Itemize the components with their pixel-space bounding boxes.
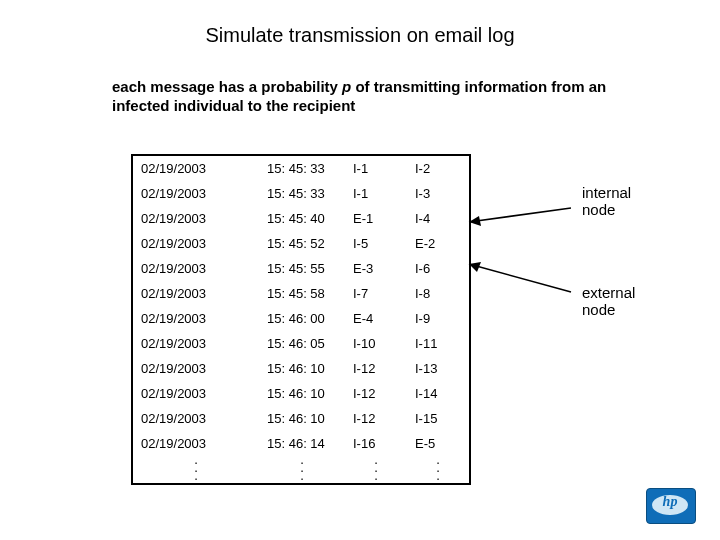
cell-recipient: I-15 xyxy=(407,406,470,431)
cell-date: 02/19/2003 xyxy=(132,406,259,431)
table-row: 02/19/2003 15: 46: 10 I-12 I-14 xyxy=(132,381,470,406)
cell-sender: I-12 xyxy=(345,381,407,406)
table-row: 02/19/2003 15: 46: 00 E-4 I-9 xyxy=(132,306,470,331)
cell-recipient: I-2 xyxy=(407,155,470,181)
cell-recipient: I-14 xyxy=(407,381,470,406)
cell-sender: I-1 xyxy=(345,155,407,181)
cell-date: 02/19/2003 xyxy=(132,306,259,331)
cell-time: 15: 46: 00 xyxy=(259,306,345,331)
cell-sender: E-1 xyxy=(345,206,407,231)
cell-time: 15: 45: 40 xyxy=(259,206,345,231)
table-row: 02/19/2003 15: 45: 58 I-7 I-8 xyxy=(132,281,470,306)
ellipsis-icon: ... xyxy=(345,456,407,484)
cell-sender: I-10 xyxy=(345,331,407,356)
subtitle-variable-p: p xyxy=(342,78,351,95)
table-row: 02/19/2003 15: 45: 55 E-3 I-6 xyxy=(132,256,470,281)
cell-time: 15: 46: 10 xyxy=(259,356,345,381)
annotation-external-node: external node xyxy=(582,284,662,318)
cell-time: 15: 45: 33 xyxy=(259,181,345,206)
cell-recipient: E-2 xyxy=(407,231,470,256)
arrow-internal-icon xyxy=(459,204,579,228)
email-log-table: 02/19/2003 15: 45: 33 I-1 I-2 02/19/2003… xyxy=(131,154,471,485)
cell-recipient: I-13 xyxy=(407,356,470,381)
cell-date: 02/19/2003 xyxy=(132,381,259,406)
table-row: 02/19/2003 15: 46: 10 I-12 I-15 xyxy=(132,406,470,431)
cell-time: 15: 46: 10 xyxy=(259,406,345,431)
cell-date: 02/19/2003 xyxy=(132,356,259,381)
table-row-ellipsis: ... ... ... ... xyxy=(132,456,470,484)
table-row: 02/19/2003 15: 45: 33 I-1 I-3 xyxy=(132,181,470,206)
cell-sender: I-12 xyxy=(345,406,407,431)
svg-line-2 xyxy=(469,264,571,292)
ellipsis-icon: ... xyxy=(259,456,345,484)
hp-logo-text: hp xyxy=(646,494,694,510)
cell-date: 02/19/2003 xyxy=(132,256,259,281)
cell-date: 02/19/2003 xyxy=(132,206,259,231)
cell-sender: E-4 xyxy=(345,306,407,331)
ellipsis-icon: ... xyxy=(132,456,259,484)
ellipsis-icon: ... xyxy=(407,456,470,484)
svg-line-0 xyxy=(469,208,571,222)
table-row: 02/19/2003 15: 46: 05 I-10 I-11 xyxy=(132,331,470,356)
svg-marker-1 xyxy=(469,216,481,226)
slide-title: Simulate transmission on email log xyxy=(0,24,720,47)
cell-date: 02/19/2003 xyxy=(132,155,259,181)
cell-date: 02/19/2003 xyxy=(132,331,259,356)
cell-time: 15: 45: 55 xyxy=(259,256,345,281)
cell-time: 15: 45: 58 xyxy=(259,281,345,306)
table-row: 02/19/2003 15: 45: 52 I-5 E-2 xyxy=(132,231,470,256)
cell-recipient: I-9 xyxy=(407,306,470,331)
cell-date: 02/19/2003 xyxy=(132,181,259,206)
cell-time: 15: 46: 10 xyxy=(259,381,345,406)
cell-time: 15: 46: 05 xyxy=(259,331,345,356)
cell-sender: I-1 xyxy=(345,181,407,206)
arrow-external-icon xyxy=(459,258,579,298)
cell-date: 02/19/2003 xyxy=(132,231,259,256)
slide-subtitle: each message has a probability p of tran… xyxy=(112,78,622,116)
cell-sender: I-7 xyxy=(345,281,407,306)
cell-date: 02/19/2003 xyxy=(132,281,259,306)
cell-recipient: I-3 xyxy=(407,181,470,206)
table-row: 02/19/2003 15: 46: 10 I-12 I-13 xyxy=(132,356,470,381)
hp-logo-icon: hp xyxy=(646,488,700,526)
annotation-internal-node: internal node xyxy=(582,184,662,218)
cell-time: 15: 45: 33 xyxy=(259,155,345,181)
subtitle-part-a: each message has a probability xyxy=(112,78,342,95)
cell-time: 15: 45: 52 xyxy=(259,231,345,256)
cell-sender: I-12 xyxy=(345,356,407,381)
cell-sender: I-5 xyxy=(345,231,407,256)
table-row: 02/19/2003 15: 45: 40 E-1 I-4 xyxy=(132,206,470,231)
table-row: 02/19/2003 15: 45: 33 I-1 I-2 xyxy=(132,155,470,181)
cell-sender: E-3 xyxy=(345,256,407,281)
cell-recipient: I-11 xyxy=(407,331,470,356)
